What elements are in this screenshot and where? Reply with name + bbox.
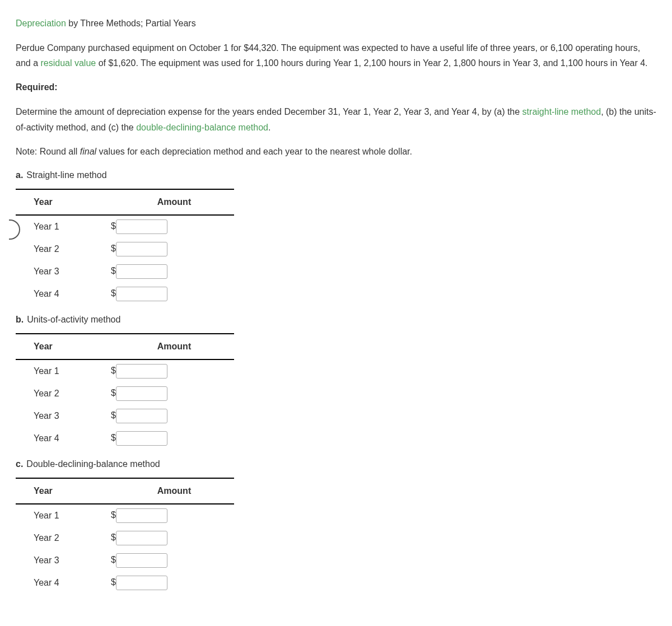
section-a-text: Straight-line method bbox=[26, 170, 106, 180]
depreciation-link[interactable]: Depreciation bbox=[16, 18, 66, 28]
title-rest: by Three Methods; Partial Years bbox=[66, 18, 196, 28]
year-label: Year 2 bbox=[16, 238, 111, 260]
amount-input-c-year3[interactable] bbox=[116, 553, 167, 568]
table-row: Year 2 $ bbox=[16, 382, 234, 405]
year-label: Year 3 bbox=[16, 549, 111, 572]
amount-cell: $ bbox=[111, 260, 234, 283]
currency-symbol: $ bbox=[111, 553, 116, 567]
amount-cell: $ bbox=[111, 359, 234, 382]
amount-cell: $ bbox=[111, 427, 234, 450]
amount-cell: $ bbox=[111, 549, 234, 572]
amount-input-c-year2[interactable] bbox=[116, 531, 167, 545]
ddb-link[interactable]: double-declining-balance method bbox=[136, 123, 268, 132]
note-text-2: values for each depreciation method and … bbox=[96, 147, 412, 156]
table-row: Year 2 $ bbox=[16, 527, 234, 549]
year-label: Year 1 bbox=[16, 504, 111, 527]
straight-line-link[interactable]: straight-line method bbox=[522, 107, 601, 116]
table-row: Year 4 $ bbox=[16, 572, 234, 594]
instr-text-1: Determine the amount of depreciation exp… bbox=[16, 107, 522, 116]
currency-symbol: $ bbox=[111, 409, 116, 422]
amount-input-c-year4[interactable] bbox=[116, 576, 167, 590]
year-label: Year 3 bbox=[16, 260, 111, 283]
amount-input-b-year2[interactable] bbox=[116, 386, 167, 401]
intro-text-2: of $1,620. The equipment was used for 1,… bbox=[96, 58, 647, 68]
currency-symbol: $ bbox=[111, 531, 116, 544]
section-c-text: Double-declining-balance method bbox=[26, 459, 160, 469]
section-a-label: a.Straight-line method bbox=[16, 169, 656, 182]
table-row: Year 1 $ bbox=[16, 359, 234, 382]
page-title: Depreciation by Three Methods; Partial Y… bbox=[16, 17, 656, 30]
section-b-label: b.Units-of-activity method bbox=[16, 313, 656, 326]
table-row: Year 4 $ bbox=[16, 283, 234, 305]
amount-input-b-year3[interactable] bbox=[116, 409, 167, 423]
table-row: Year 3 $ bbox=[16, 549, 234, 572]
page-content: Depreciation by Three Methods; Partial Y… bbox=[16, 17, 656, 594]
year-label: Year 1 bbox=[16, 359, 111, 382]
instr-text-3: . bbox=[268, 123, 270, 132]
currency-symbol: $ bbox=[111, 242, 116, 255]
amount-input-c-year1[interactable] bbox=[116, 508, 167, 523]
amount-input-a-year2[interactable] bbox=[116, 242, 167, 256]
section-c-label: c.Double-declining-balance method bbox=[16, 457, 656, 471]
currency-symbol: $ bbox=[111, 287, 116, 300]
amount-input-b-year1[interactable] bbox=[116, 364, 167, 379]
table-ddb: Year Amount Year 1 $ Year 2 $ Year 3 $ Y… bbox=[16, 478, 234, 594]
col-header-amount: Amount bbox=[111, 189, 234, 215]
year-label: Year 2 bbox=[16, 527, 111, 549]
table-row: Year 4 $ bbox=[16, 427, 234, 450]
year-label: Year 2 bbox=[16, 382, 111, 405]
amount-cell: $ bbox=[111, 504, 234, 527]
col-header-year: Year bbox=[16, 189, 111, 215]
table-row: Year 3 $ bbox=[16, 405, 234, 427]
currency-symbol: $ bbox=[111, 431, 116, 445]
amount-cell: $ bbox=[111, 283, 234, 305]
currency-symbol: $ bbox=[111, 386, 116, 400]
section-b-text: Units-of-activity method bbox=[27, 315, 120, 324]
col-header-amount: Amount bbox=[111, 478, 234, 504]
col-header-year: Year bbox=[16, 478, 111, 504]
residual-value-link[interactable]: residual value bbox=[40, 58, 96, 68]
year-label: Year 4 bbox=[16, 283, 111, 305]
year-label: Year 1 bbox=[16, 215, 111, 238]
year-label: Year 4 bbox=[16, 427, 111, 450]
currency-symbol: $ bbox=[111, 364, 116, 377]
amount-cell: $ bbox=[111, 215, 234, 238]
table-row: Year 1 $ bbox=[16, 215, 234, 238]
amount-cell: $ bbox=[111, 572, 234, 594]
amount-cell: $ bbox=[111, 405, 234, 427]
intro-paragraph: Perdue Company purchased equipment on Oc… bbox=[16, 40, 656, 71]
table-row: Year 3 $ bbox=[16, 260, 234, 283]
required-heading: Required: bbox=[16, 81, 656, 94]
section-a-letter: a. bbox=[16, 170, 23, 180]
amount-cell: $ bbox=[111, 527, 234, 549]
col-header-amount: Amount bbox=[111, 334, 234, 359]
year-label: Year 3 bbox=[16, 405, 111, 427]
amount-input-a-year1[interactable] bbox=[116, 219, 167, 234]
instruction-paragraph: Determine the amount of depreciation exp… bbox=[16, 104, 656, 134]
table-units-activity: Year Amount Year 1 $ Year 2 $ Year 3 $ Y… bbox=[16, 333, 234, 450]
amount-cell: $ bbox=[111, 238, 234, 260]
note-paragraph: Note: Round all final values for each de… bbox=[16, 145, 656, 158]
amount-input-b-year4[interactable] bbox=[116, 431, 167, 446]
note-text-1: Note: Round all bbox=[16, 147, 80, 156]
amount-cell: $ bbox=[111, 382, 234, 405]
table-straight-line: Year Amount Year 1 $ Year 2 $ Year 3 $ Y… bbox=[16, 189, 234, 305]
amount-input-a-year4[interactable] bbox=[116, 287, 167, 301]
currency-symbol: $ bbox=[111, 264, 116, 278]
year-label: Year 4 bbox=[16, 572, 111, 594]
currency-symbol: $ bbox=[111, 219, 116, 233]
table-row: Year 2 $ bbox=[16, 238, 234, 260]
amount-input-a-year3[interactable] bbox=[116, 264, 167, 279]
currency-symbol: $ bbox=[111, 508, 116, 522]
section-b-letter: b. bbox=[16, 315, 24, 324]
section-c-letter: c. bbox=[16, 459, 23, 469]
col-header-year: Year bbox=[16, 334, 111, 359]
note-ital: final bbox=[80, 147, 96, 156]
table-row: Year 1 $ bbox=[16, 504, 234, 527]
currency-symbol: $ bbox=[111, 576, 116, 589]
